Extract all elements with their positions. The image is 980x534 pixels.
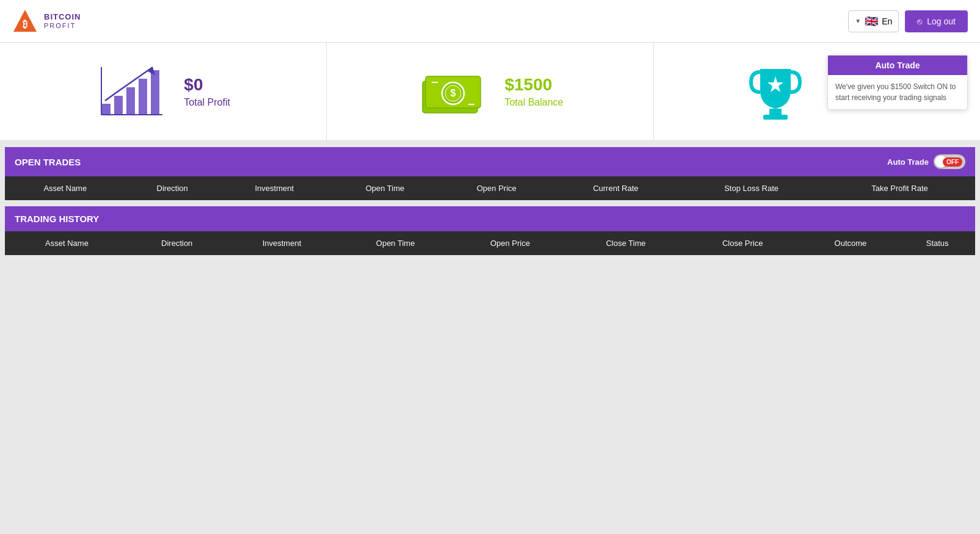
svg-text:$: $ [451,88,456,98]
open-trades-table: Asset Name Direction Investment Open Tim… [5,176,975,200]
lang-label: En [882,16,892,26]
col-investment: Investment [219,176,330,200]
stat-info-balance: $1500 Total Balance [504,75,563,108]
flag-icon: 🇬🇧 [865,15,878,28]
hist-col-status: Status [899,231,975,255]
balance-value: $1500 [504,75,563,95]
profit-label: Total Profit [184,97,230,108]
auto-trade-popup-body: We've given you $1500 Switch ON to start… [828,75,967,109]
stats-row: $0 Total Profit $ $1500 Total Balance [0,43,980,141]
stat-card-winning: 0 Winning Trades Auto Trade We've given … [654,43,980,140]
logo-area: ₿ BITCOIN PROFIT [12,9,81,34]
winning-icon [739,61,812,122]
header-right: ▼ 🇬🇧 En ⎋ Log out [848,10,968,32]
svg-rect-6 [151,70,159,115]
stat-info-profit: $0 Total Profit [184,75,230,108]
hist-col-open-price: Open Price [452,231,568,255]
svg-rect-3 [114,96,123,115]
logo-line2: PROFIT [44,22,81,29]
toggle-off-label: OFF [943,157,962,167]
hist-col-direction: Direction [129,231,225,255]
trading-history-header-row: Asset Name Direction Investment Open Tim… [5,231,975,255]
logout-label: Log out [927,16,956,26]
auto-trade-popup: Auto Trade We've given you $1500 Switch … [827,55,968,110]
profit-icon [96,61,169,122]
open-trades-thead: Asset Name Direction Investment Open Tim… [5,176,975,200]
balance-icon: $ [416,61,490,122]
col-stop-loss-rate: Stop Loss Rate [678,176,824,200]
open-trades-header-row: Asset Name Direction Investment Open Tim… [5,176,975,200]
col-take-profit-rate: Take Profit Rate [824,176,975,200]
open-trades-section: OPEN TRADES Auto Trade OFF Asset Name Di… [5,147,975,200]
stat-card-profit: $0 Total Profit [0,43,327,140]
balance-label: Total Balance [504,97,563,108]
open-trades-title: OPEN TRADES [15,157,81,167]
hist-col-asset-name: Asset Name [5,231,129,255]
hist-col-outcome: Outcome [802,231,900,255]
col-current-rate: Current Rate [553,176,678,200]
col-open-price: Open Price [440,176,553,200]
logout-icon: ⎋ [917,16,922,26]
stat-card-balance: $ $1500 Total Balance [327,43,653,140]
svg-rect-17 [769,109,782,115]
svg-rect-4 [126,87,135,115]
col-direction: Direction [126,176,219,200]
hist-col-close-time: Close Time [568,231,684,255]
svg-text:₿: ₿ [23,19,27,29]
svg-rect-2 [102,104,111,115]
hist-col-investment: Investment [225,231,338,255]
logout-button[interactable]: ⎋ Log out [905,10,968,32]
trading-history-thead: Asset Name Direction Investment Open Tim… [5,231,975,255]
trading-history-table: Asset Name Direction Investment Open Tim… [5,231,975,255]
open-trades-header: OPEN TRADES Auto Trade OFF [5,147,975,176]
lang-selector[interactable]: ▼ 🇬🇧 En [848,10,899,32]
header: ₿ BITCOIN PROFIT ▼ 🇬🇧 En ⎋ Log out [0,0,980,43]
logo-line1: BITCOIN [44,13,81,21]
auto-trade-toggle-label: Auto Trade [887,157,929,167]
hist-col-open-time: Open Time [339,231,452,255]
col-open-time: Open Time [330,176,440,200]
toggle-switch[interactable]: OFF [934,154,965,169]
trading-history-header: TRADING HISTORY [5,206,975,231]
svg-rect-5 [139,79,147,115]
auto-trade-popup-header: Auto Trade [828,56,967,75]
trading-history-title: TRADING HISTORY [15,214,99,224]
col-asset-name: Asset Name [5,176,126,200]
hist-col-close-price: Close Price [684,231,802,255]
logo-text: BITCOIN PROFIT [44,13,81,29]
logo-icon: ₿ [12,9,38,34]
profit-value: $0 [184,75,230,95]
chevron-down-icon: ▼ [855,18,861,24]
trading-history-section: TRADING HISTORY Asset Name Direction Inv… [5,206,975,255]
auto-trade-toggle: Auto Trade OFF [887,154,965,169]
svg-rect-18 [763,115,788,120]
